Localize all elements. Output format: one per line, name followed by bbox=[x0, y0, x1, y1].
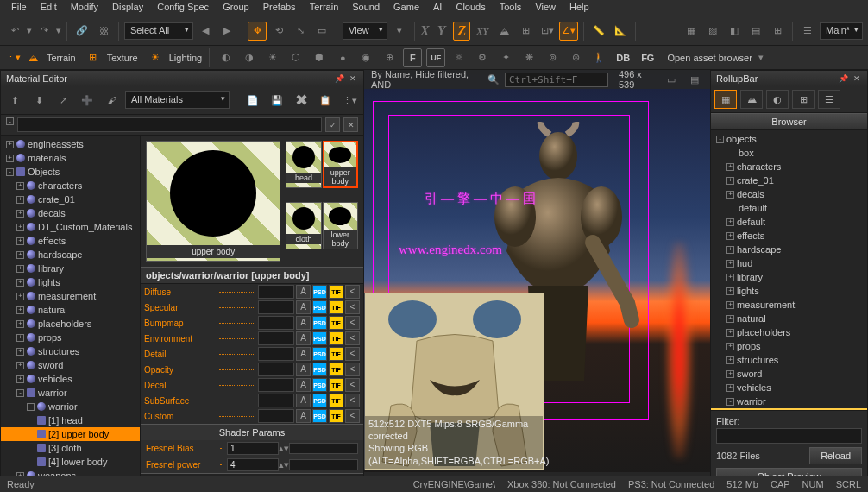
menu-ai[interactable]: AI bbox=[426, 0, 449, 16]
psd-badge[interactable]: PSD bbox=[312, 331, 327, 345]
close-icon[interactable]: ✕ bbox=[852, 73, 862, 84]
menu-help[interactable]: Help bbox=[563, 0, 596, 16]
param-spinner[interactable]: ▴▾ bbox=[279, 443, 289, 454]
map-a-btn[interactable]: A bbox=[296, 316, 311, 330]
mt-delete[interactable]: ✖ bbox=[291, 90, 311, 110]
lighting-label[interactable]: Lighting bbox=[169, 53, 203, 63]
rollup-tab-1[interactable]: ▦ bbox=[714, 90, 737, 109]
menu-game[interactable]: Game bbox=[387, 0, 426, 16]
tree-item[interactable]: -Objects bbox=[1, 165, 140, 179]
texture-preview-window[interactable]: 512x512 DXT5 Mips:8 SRGB/Gamma corrected… bbox=[364, 293, 544, 470]
viewport-search-input[interactable] bbox=[505, 73, 608, 87]
map-browse-btn[interactable]: < bbox=[345, 347, 360, 361]
rollup-tab-5[interactable]: ☰ bbox=[818, 90, 840, 109]
menu-edit[interactable]: Edit bbox=[34, 0, 64, 16]
menu-sound[interactable]: Sound bbox=[345, 0, 387, 16]
map-path[interactable] bbox=[258, 363, 294, 376]
t5[interactable]: ⊞ bbox=[768, 22, 787, 41]
measure-tool[interactable]: 📐 bbox=[611, 22, 630, 41]
view-opts[interactable]: ▾ bbox=[390, 22, 409, 41]
rollup-tree-item[interactable]: -warrior bbox=[711, 394, 867, 408]
grid-opts[interactable]: ⊡▾ bbox=[538, 22, 557, 41]
mt-assign[interactable]: ⬆ bbox=[4, 90, 25, 110]
vp-opt1[interactable]: ▭ bbox=[663, 70, 681, 89]
tb-4[interactable]: ⬡ bbox=[286, 48, 305, 67]
search-mode-label[interactable]: By Name, Hide filtered, AND bbox=[371, 70, 482, 90]
tif-badge[interactable]: TIF bbox=[329, 394, 343, 407]
pin-icon[interactable]: 📌 bbox=[838, 73, 848, 84]
filter-x[interactable]: ✕ bbox=[343, 117, 358, 132]
map-browse-btn[interactable]: < bbox=[345, 285, 360, 299]
map-path[interactable] bbox=[258, 347, 294, 361]
psd-badge[interactable]: PSD bbox=[312, 316, 327, 330]
rollup-tab-3[interactable]: ◐ bbox=[766, 90, 789, 109]
mt-copy[interactable]: 📋 bbox=[315, 90, 336, 110]
t2[interactable]: ▨ bbox=[703, 22, 722, 41]
tree-item[interactable]: +structures bbox=[1, 344, 140, 358]
mt-pick[interactable]: ↗ bbox=[53, 90, 73, 110]
open-asset-btn[interactable]: Open asset browser bbox=[667, 53, 752, 63]
unlink-button[interactable]: ⛓ bbox=[94, 22, 113, 41]
tree-item[interactable]: +DT_Custom_Materials bbox=[1, 220, 140, 234]
tif-badge[interactable]: TIF bbox=[329, 363, 343, 376]
map-a-btn[interactable]: A bbox=[296, 363, 311, 376]
menu-clouds[interactable]: Clouds bbox=[449, 0, 492, 16]
t3[interactable]: ◧ bbox=[725, 22, 744, 41]
tb-10[interactable]: ⚙ bbox=[473, 48, 492, 67]
xy-axis-toggle[interactable]: XY bbox=[476, 26, 488, 36]
mt-brush[interactable]: 🖌 bbox=[101, 90, 122, 110]
pin-icon[interactable]: 📌 bbox=[334, 73, 344, 84]
rollup-tree-item[interactable]: +measurement bbox=[711, 298, 867, 312]
x-axis-toggle[interactable]: X bbox=[420, 23, 430, 39]
map-browse-btn[interactable]: < bbox=[345, 316, 360, 330]
view-dropdown[interactable]: View bbox=[343, 22, 387, 40]
map-browse-btn[interactable]: < bbox=[345, 300, 360, 314]
tb-uf[interactable]: UF bbox=[426, 48, 445, 67]
map-path[interactable] bbox=[258, 300, 294, 314]
t1[interactable]: ▦ bbox=[682, 22, 701, 41]
tif-badge[interactable]: TIF bbox=[329, 331, 343, 345]
rollup-filter-input[interactable] bbox=[716, 428, 862, 444]
tree-item[interactable]: +natural bbox=[1, 303, 140, 317]
param-value[interactable]: 1 bbox=[227, 442, 279, 455]
rollup-tree-item[interactable]: +hud bbox=[711, 256, 867, 270]
psd-badge[interactable]: PSD bbox=[312, 285, 327, 299]
menu-terrain[interactable]: Terrain bbox=[303, 0, 346, 16]
rollup-tree-item[interactable]: +natural bbox=[711, 312, 867, 325]
menu-config-spec[interactable]: Config Spec bbox=[150, 0, 216, 16]
tb-5[interactable]: ⬢ bbox=[310, 48, 329, 67]
tree-item[interactable]: +engineassets bbox=[1, 137, 140, 151]
angle-snap[interactable]: ∠▾ bbox=[559, 22, 578, 41]
map-path[interactable] bbox=[258, 316, 294, 330]
tif-badge[interactable]: TIF bbox=[329, 316, 343, 330]
map-a-btn[interactable]: A bbox=[296, 378, 311, 392]
tb-9[interactable]: ⚛ bbox=[450, 48, 469, 67]
fg-button[interactable]: FG bbox=[641, 53, 654, 63]
psd-badge[interactable]: PSD bbox=[312, 394, 327, 407]
tb-14[interactable]: ⊛ bbox=[566, 48, 585, 67]
rollup-tree-item[interactable]: +decals bbox=[711, 187, 867, 201]
param-slider[interactable] bbox=[289, 443, 358, 454]
tree-item[interactable]: [3] cloth bbox=[1, 441, 140, 455]
param-slider[interactable] bbox=[289, 459, 358, 470]
tb-12[interactable]: ❋ bbox=[519, 48, 538, 67]
map-path[interactable] bbox=[258, 285, 294, 299]
rollup-tree-item[interactable]: -objects bbox=[711, 132, 867, 146]
undo-button[interactable]: ↶ bbox=[5, 22, 24, 41]
tb-3[interactable]: ☀ bbox=[263, 48, 282, 67]
tif-badge[interactable]: TIF bbox=[329, 347, 343, 361]
tree-item[interactable]: -warrior bbox=[1, 400, 140, 413]
menu-tools[interactable]: Tools bbox=[493, 0, 529, 16]
z-axis-toggle[interactable]: Z bbox=[453, 22, 470, 41]
grid-snap[interactable]: ⊞ bbox=[516, 22, 535, 41]
rollup-tab-4[interactable]: ⊞ bbox=[792, 90, 815, 109]
tb-11[interactable]: ✦ bbox=[496, 48, 515, 67]
map-path[interactable] bbox=[258, 409, 294, 423]
rollup-tree-item[interactable]: +sword bbox=[711, 367, 867, 381]
map-browse-btn[interactable]: < bbox=[345, 409, 360, 423]
tree-item[interactable]: +effects bbox=[1, 234, 140, 248]
rollup-tree-item[interactable]: +library bbox=[711, 270, 867, 284]
map-a-btn[interactable]: A bbox=[296, 331, 311, 345]
psd-badge[interactable]: PSD bbox=[312, 378, 327, 392]
param-spinner[interactable]: ▴▾ bbox=[279, 459, 289, 470]
